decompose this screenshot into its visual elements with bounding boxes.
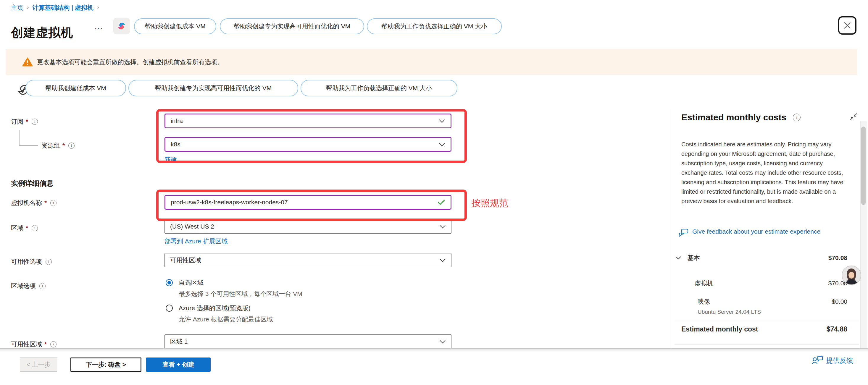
panel-hairline [675,344,859,345]
breadcrumb-virtual-machines[interactable]: 计算基础结构 | 虚拟机 [32,4,93,12]
chevron-down-icon [439,225,446,229]
previous-button[interactable]: < 上一步 [20,357,57,372]
feedback-bubbles-icon [679,228,689,238]
copilot-suggestion-right-vm-size[interactable]: 帮助我为工作负载选择正确的 VM 大小 [301,80,457,96]
cost-total-row: Estimated monthly cost $74.88 [681,325,847,333]
copilot-suggestion-right-vm-size[interactable]: 帮助我为工作负载选择正确的 VM 大小 [367,18,502,34]
breadcrumb: 主页 › 计算基础结构 | 虚拟机 › [11,4,99,12]
warning-icon [22,57,33,67]
cost-panel-description: Costs indicated here are estimates only.… [681,139,849,206]
next-disks-button[interactable]: 下一步: 磁盘 > [70,357,142,372]
resource-group-label: 资源组* [41,141,74,150]
copilot-suggestion-high-availability-vm[interactable]: 帮助我创建专为实现高可用性而优化的 VM [128,80,298,96]
info-icon[interactable] [45,259,52,265]
subscription-dropdown[interactable]: infra [164,114,452,128]
availability-options-label: 可用性选项 [11,258,52,266]
resource-group-dropdown[interactable]: k8s [164,137,452,152]
region-dropdown[interactable]: (US) West US 2 [164,219,452,234]
panel-divider [672,109,672,348]
info-icon[interactable] [32,225,38,231]
info-icon[interactable] [39,283,45,289]
chevron-down-icon [676,256,681,260]
cost-row-vm: 虚拟机 $70.08 [695,279,847,287]
copilot-suggestion-high-availability-vm[interactable]: 帮助我创建专为实现高可用性而优化的 VM [220,18,364,34]
radio-azure-selected-zones[interactable] [166,304,173,312]
breadcrumb-home[interactable]: 主页 [11,4,23,12]
availability-zone-label: 可用性区域* [11,340,57,348]
create-vm-page: 主页 › 计算基础结构 | 虚拟机 › 创建虚拟机 … 帮助我创建低成本 [0,0,868,385]
info-icon[interactable] [50,341,57,348]
chevron-down-icon [439,340,446,344]
footer-feedback-link[interactable]: 提供反馈 [812,355,853,365]
region-label: 区域* [11,224,38,232]
info-icon[interactable] [32,119,38,125]
copilot-logo-icon [116,21,127,31]
cost-panel-title-row: Estimated monthly costs [681,113,801,122]
copilot-suggestion-low-cost-vm[interactable]: 帮助我创建低成本 VM [26,80,126,96]
footer-bar: < 上一步 下一步: 磁盘 > 查看 + 创建 [0,348,868,385]
radio-azure-selected-zones-description: 允许 Azure 根据需要分配最佳区域 [179,315,273,323]
panel-hairline [675,320,859,320]
availability-options-dropdown[interactable]: 可用性区域 [164,253,452,267]
cost-row-image-sub: Ubuntu Server 24.04 LTS [698,309,761,315]
more-options-button[interactable]: … [94,21,104,31]
vm-name-label: 虚拟机名称* [11,199,57,207]
warning-banner: 更改基本选项可能会重置所做的选择。创建虚拟机前查看所有选项。 [6,49,857,75]
vm-name-input[interactable]: prod-usw2-k8s-freeleaps-worker-nodes-07 [164,195,452,210]
chevron-down-icon [439,142,445,147]
info-icon[interactable] [50,200,57,206]
subscription-label: 订阅* [11,118,38,126]
create-new-resource-group-link[interactable]: 新建 [164,156,177,164]
breadcrumb-chevron-icon: › [97,4,99,11]
page-title: 创建虚拟机 [11,25,73,41]
vertical-scrollbar-thumb[interactable] [861,127,866,205]
valid-check-icon [438,199,445,205]
chevron-down-icon [439,119,445,123]
availability-zone-dropdown[interactable]: 区域 1 [164,334,452,349]
zone-options-label: 区域选项 [11,282,45,290]
cost-panel-title: Estimated monthly costs [681,113,786,122]
collapse-panel-icon[interactable] [850,113,857,121]
chevron-down-icon [439,258,446,262]
cost-row-image: 映像 $0.00 [698,297,847,306]
info-icon[interactable] [793,114,801,121]
feedback-person-icon [812,355,823,365]
field-connector-line [19,130,38,146]
annotation-note: 按照规范 [472,197,508,210]
radio-self-selected-zones-label[interactable]: 自选区域 [179,279,204,287]
estimate-feedback-link[interactable]: Give feedback about your estimate experi… [679,226,834,238]
copilot-suggestion-low-cost-vm[interactable]: 帮助我创建低成本 VM [134,18,216,34]
copilot-button[interactable] [113,18,130,34]
radio-azure-selected-zones-label[interactable]: Azure 选择的区域(预览版) [179,304,251,312]
radio-self-selected-zones-description: 最多选择 3 个可用性区域，每个区域一台 VM [179,290,302,298]
warning-text: 更改基本选项可能会重置所做的选择。创建虚拟机前查看所有选项。 [37,58,223,66]
close-icon [843,21,851,30]
instance-details-section-title: 实例详细信息 [11,179,54,188]
cost-group-row[interactable]: 基本 $70.08 [676,254,847,262]
info-icon[interactable] [68,142,74,149]
close-button[interactable] [838,16,857,35]
breadcrumb-chevron-icon: › [27,4,29,11]
review-create-button[interactable]: 查看 + 创建 [146,357,211,372]
deploy-extended-zone-link[interactable]: 部署到 Azure 扩展区域 [164,237,228,246]
radio-self-selected-zones[interactable] [166,279,173,286]
avatar[interactable] [842,265,861,285]
